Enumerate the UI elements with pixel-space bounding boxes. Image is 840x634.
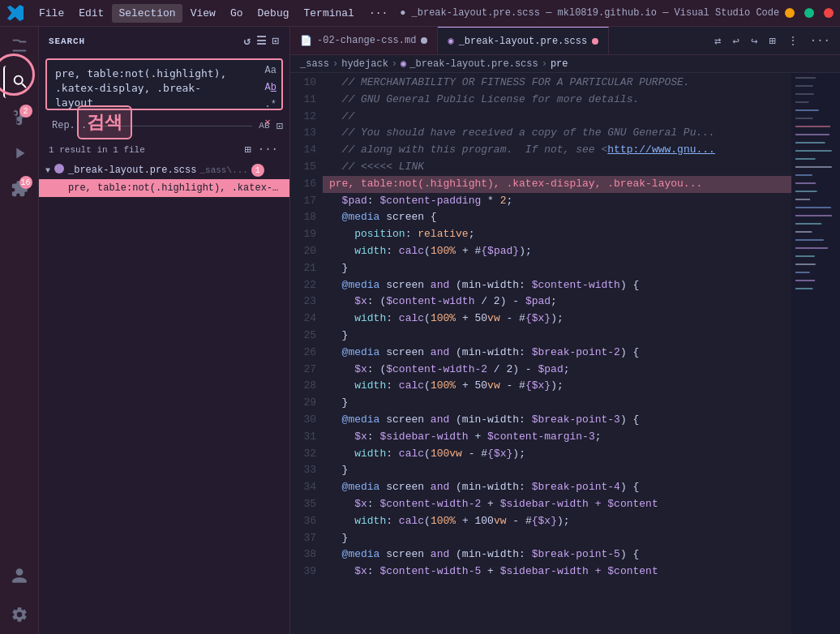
tab-change-css[interactable]: 📄 -02-change-css.md bbox=[290, 27, 438, 54]
code-line-12[interactable]: // bbox=[323, 109, 791, 126]
code-line-19[interactable]: position: relative; bbox=[323, 226, 791, 243]
menu-more[interactable]: ··· bbox=[362, 4, 394, 23]
menu-bar: File Edit Selection View Go Debug Termin… bbox=[32, 4, 394, 23]
menu-debug[interactable]: Debug bbox=[251, 4, 295, 23]
code-line-14[interactable]: // along with this program. If not, see … bbox=[323, 142, 791, 159]
bc-filename[interactable]: _break-layout.pre.scss bbox=[409, 58, 538, 70]
extensions-activity-icon[interactable]: 16 bbox=[3, 173, 36, 205]
results-actions: ⊞ ··· bbox=[242, 141, 280, 158]
code-line-10[interactable]: // MERCHANTABILITY OR FITNESS FOR A PART… bbox=[323, 75, 791, 92]
md-file-icon: 📄 bbox=[300, 35, 312, 47]
bc-hydejack[interactable]: hydejack bbox=[341, 58, 388, 70]
code-line-30[interactable]: @media screen and (min-width: $break-poi… bbox=[323, 412, 791, 429]
clear-results-icon[interactable]: ☰ bbox=[256, 34, 268, 48]
use-regex-icon[interactable]: .* bbox=[264, 97, 278, 112]
more-actions-icon[interactable]: ··· bbox=[807, 31, 834, 50]
expand-all-icon[interactable]: ⊞ bbox=[242, 141, 252, 158]
breadcrumb: _sass › hydejack › ◉ _break-layout.pre.s… bbox=[290, 55, 840, 73]
scss-file-icon bbox=[54, 163, 65, 178]
search-input[interactable]: pre, table:not(.highlight), .katex-displ… bbox=[45, 58, 283, 110]
dismiss-all-icon[interactable]: ··· bbox=[256, 141, 280, 158]
match-text: pre, table:not(.highlight), .katex-dis..… bbox=[65, 181, 283, 195]
code-line-15[interactable]: // <<<<< LINK bbox=[323, 159, 791, 176]
code-line-24[interactable]: width: calc(100% + 50vw - #{$x}); bbox=[323, 311, 791, 328]
code-line-37[interactable]: } bbox=[323, 530, 791, 547]
code-line-11[interactable]: // GNU General Public License for more d… bbox=[323, 92, 791, 109]
layout-icon[interactable]: ⋮ bbox=[784, 31, 802, 51]
code-line-17[interactable]: $pad: $content-padding * 2; bbox=[323, 193, 791, 210]
editor-area: 📄 -02-change-css.md ◉ _break-layout.pre.… bbox=[290, 27, 840, 634]
code-line-33[interactable]: } bbox=[323, 462, 791, 479]
bc-sass[interactable]: _sass bbox=[300, 58, 329, 70]
settings-activity-icon[interactable] bbox=[3, 598, 36, 631]
results-info: 1 result in 1 file ⊞ ··· bbox=[39, 138, 289, 161]
toggle-panel-icon[interactable]: ⊞ bbox=[765, 31, 778, 51]
go-back-icon[interactable]: ↩ bbox=[729, 31, 742, 51]
menu-go[interactable]: Go bbox=[224, 4, 250, 23]
file-result[interactable]: ▼ _break-layout.pre.scss _sass\... 1 bbox=[39, 161, 289, 179]
split-editor-icon[interactable]: ⇄ bbox=[711, 31, 724, 51]
code-line-18[interactable]: @media screen { bbox=[323, 209, 791, 226]
search-box-container: pre, table:not(.highlight), .katex-displ… bbox=[45, 58, 283, 110]
explorer-activity-icon[interactable] bbox=[3, 30, 36, 62]
code-line-16[interactable]: pre, table:not(.highlight), .katex-displ… bbox=[323, 176, 791, 193]
code-line-21[interactable]: } bbox=[323, 260, 791, 277]
minimize-button[interactable] bbox=[785, 8, 795, 18]
code-line-23[interactable]: $x: ($content-width / 2) - $pad; bbox=[323, 293, 791, 311]
menu-file[interactable]: File bbox=[32, 4, 71, 23]
code-content[interactable]: // MERCHANTABILITY OR FITNESS FOR A PART… bbox=[323, 73, 791, 634]
replace-row: Rep... AB ⊡ 검색 bbox=[39, 114, 289, 138]
menu-terminal[interactable]: Terminal bbox=[298, 4, 361, 23]
replace-label[interactable]: Rep... bbox=[45, 117, 93, 135]
code-line-35[interactable]: $x: $content-width-2 + $sidebar-width + … bbox=[323, 496, 791, 513]
file-path: _sass\... bbox=[199, 165, 247, 175]
match-case-icon[interactable]: Aa bbox=[264, 63, 278, 78]
code-line-20[interactable]: width: calc(100% + #{$pad}); bbox=[323, 243, 791, 260]
code-line-27[interactable]: $x: ($content-width-2 / 2) - $pad; bbox=[323, 362, 791, 379]
close-search-icon[interactable]: ✕ bbox=[264, 114, 278, 130]
minimap bbox=[791, 73, 840, 634]
bc-file-icon: ◉ bbox=[401, 58, 406, 70]
line-numbers: 1011121314151617181920212223242526272829… bbox=[290, 73, 323, 634]
code-line-39[interactable]: $x: $content-width-5 + $sidebar-width + … bbox=[323, 563, 791, 580]
activity-bar: 2 16 bbox=[0, 27, 39, 634]
file-name: _break-layout.pre.scss bbox=[68, 165, 196, 176]
search-options: Aa Ab .* ✕ bbox=[264, 63, 278, 130]
code-line-13[interactable]: // You should have received a copy of th… bbox=[323, 125, 791, 142]
menu-view[interactable]: View bbox=[184, 4, 222, 23]
tab-modified-dot[interactable] bbox=[592, 38, 598, 45]
tab-break-layout[interactable]: ◉ _break-layout.pre.scss bbox=[438, 27, 609, 54]
window-title: ● _break-layout.pre.scss — mkl0819.githu… bbox=[399, 7, 780, 19]
scss-tab-icon: ◉ bbox=[448, 35, 453, 47]
code-line-28[interactable]: width: calc(100% + 50vw - #{$x}); bbox=[323, 378, 791, 395]
code-line-34[interactable]: @media screen and (min-width: $break-poi… bbox=[323, 479, 791, 496]
code-line-31[interactable]: $x: $sidebar-width + $content-margin-3; bbox=[323, 429, 791, 446]
sidebar: SEARCH ↺ ☰ ⊡ pre, table:not(.highlight),… bbox=[39, 27, 290, 634]
tab-close-dot[interactable] bbox=[421, 37, 427, 44]
refresh-icon[interactable]: ↺ bbox=[243, 34, 251, 48]
maximize-button[interactable] bbox=[804, 8, 814, 18]
run-activity-icon[interactable] bbox=[3, 137, 36, 169]
search-activity-icon[interactable] bbox=[3, 66, 36, 98]
svg-point-0 bbox=[54, 164, 64, 173]
menu-edit[interactable]: Edit bbox=[72, 4, 110, 23]
code-line-32[interactable]: width: calc(100vw - #{$x}); bbox=[323, 446, 791, 463]
match-whole-word-icon[interactable]: Ab bbox=[264, 80, 278, 95]
close-button[interactable] bbox=[824, 8, 834, 18]
bc-selector[interactable]: pre bbox=[551, 58, 568, 70]
go-forward-icon[interactable]: ↪ bbox=[748, 31, 761, 51]
collapse-icon[interactable]: ⊡ bbox=[272, 34, 280, 48]
match-result[interactable]: pre, table:not(.highlight), .katex-dis..… bbox=[39, 179, 289, 197]
code-line-29[interactable]: } bbox=[323, 395, 791, 412]
code-line-22[interactable]: @media screen and (min-width: $content-w… bbox=[323, 277, 791, 294]
tab-bar: 📄 -02-change-css.md ◉ _break-layout.pre.… bbox=[290, 27, 840, 55]
source-control-activity-icon[interactable]: 2 bbox=[3, 101, 36, 134]
code-line-38[interactable]: @media screen and (min-width: $break-poi… bbox=[323, 546, 791, 563]
code-line-36[interactable]: width: calc(100% + 100vw - #{$x}); bbox=[323, 513, 791, 530]
account-activity-icon[interactable] bbox=[3, 559, 36, 592]
code-line-26[interactable]: @media screen and (min-width: $break-poi… bbox=[323, 345, 791, 362]
menu-selection[interactable]: Selection bbox=[112, 4, 182, 23]
sidebar-header: SEARCH ↺ ☰ ⊡ bbox=[39, 27, 289, 55]
source-control-badge: 2 bbox=[19, 105, 32, 118]
code-line-25[interactable]: } bbox=[323, 328, 791, 345]
